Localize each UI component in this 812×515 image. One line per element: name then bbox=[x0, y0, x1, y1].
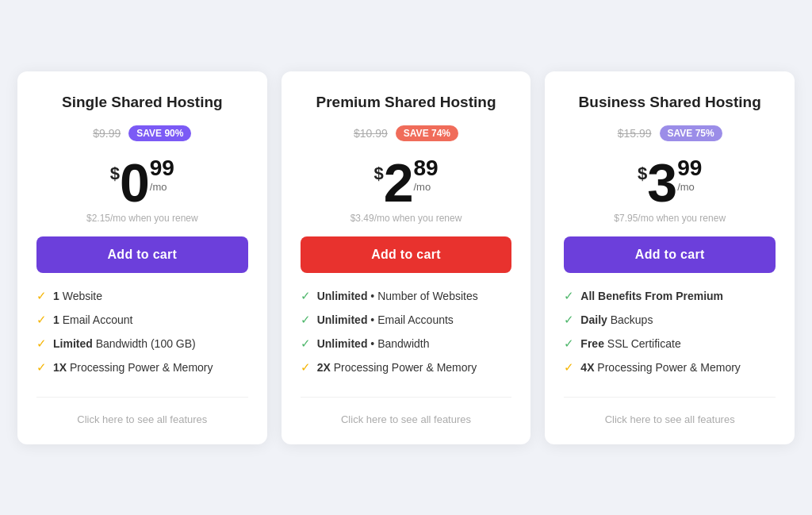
price-display-business: $ 3 99 /mo bbox=[564, 156, 776, 209]
renew-text-business: $7.95/mo when you renew bbox=[564, 213, 776, 224]
price-main-premium: 2 bbox=[384, 156, 414, 209]
price-cents-single: 99 bbox=[150, 156, 174, 181]
plan-card-premium: Premium Shared Hosting $10.99 SAVE 74% $… bbox=[282, 71, 531, 444]
feature-item-single-1: ✓ 1 Email Account bbox=[36, 313, 248, 327]
save-badge-business: SAVE 75% bbox=[660, 125, 722, 141]
plan-card-business: Business Shared Hosting $15.99 SAVE 75% … bbox=[545, 71, 795, 444]
features-list-business: ✓ All Benefits From Premium ✓ Daily Back… bbox=[564, 289, 776, 384]
original-price-business: $15.99 bbox=[618, 127, 652, 140]
feature-item-single-3: ✓ 1X Processing Power & Memory bbox=[36, 360, 248, 375]
plan-title-single: Single Shared Hosting bbox=[36, 94, 248, 111]
price-dollar-single: $ bbox=[110, 163, 120, 184]
feature-item-business-0: ✓ All Benefits From Premium bbox=[564, 289, 776, 303]
price-dollar-business: $ bbox=[638, 163, 647, 184]
feature-text-single-2: Limited Bandwidth (100 GB) bbox=[53, 337, 196, 350]
features-list-premium: ✓ Unlimited • Number of Websites ✓ Unlim… bbox=[301, 289, 512, 384]
price-cents-mo-premium: 89 /mo bbox=[413, 156, 438, 193]
feature-text-single-3: 1X Processing Power & Memory bbox=[53, 361, 213, 374]
feature-text-premium-3: 2X Processing Power & Memory bbox=[317, 361, 477, 374]
pricing-container: Single Shared Hosting $9.99 SAVE 90% $ 0… bbox=[17, 71, 795, 444]
original-price-premium: $10.99 bbox=[354, 127, 388, 140]
price-cents-premium: 89 bbox=[413, 156, 438, 181]
divider-single bbox=[36, 397, 248, 398]
save-badge-premium: SAVE 74% bbox=[396, 125, 458, 141]
feature-item-premium-1: ✓ Unlimited • Email Accounts bbox=[301, 313, 512, 327]
feature-text-business-0: All Benefits From Premium bbox=[580, 290, 723, 302]
check-icon-premium-2: ✓ bbox=[301, 336, 311, 351]
add-to-cart-business[interactable]: Add to cart bbox=[564, 236, 776, 273]
see-all-link-single[interactable]: Click here to see all features bbox=[36, 407, 248, 425]
feature-text-single-1: 1 Email Account bbox=[53, 313, 132, 326]
check-icon-business-1: ✓ bbox=[564, 313, 574, 327]
see-all-link-premium[interactable]: Click here to see all features bbox=[301, 407, 512, 425]
check-icon-single-0: ✓ bbox=[36, 289, 47, 303]
check-icon-single-1: ✓ bbox=[36, 313, 47, 327]
feature-item-premium-0: ✓ Unlimited • Number of Websites bbox=[301, 289, 512, 303]
feature-item-business-1: ✓ Daily Backups bbox=[564, 313, 776, 327]
price-cents-mo-single: 99 /mo bbox=[150, 156, 174, 193]
price-main-single: 0 bbox=[120, 156, 150, 209]
check-icon-premium-3: ✓ bbox=[301, 360, 311, 375]
check-icon-business-0: ✓ bbox=[564, 289, 574, 303]
feature-item-business-3: ✓ 4X Processing Power & Memory bbox=[564, 360, 776, 375]
renew-text-single: $2.15/mo when you renew bbox=[36, 213, 248, 224]
divider-premium bbox=[301, 397, 512, 398]
feature-item-premium-2: ✓ Unlimited • Bandwidth bbox=[301, 336, 512, 351]
original-price-single: $9.99 bbox=[93, 127, 121, 140]
price-dollar-premium: $ bbox=[373, 163, 383, 184]
check-icon-business-3: ✓ bbox=[564, 360, 574, 375]
check-icon-business-2: ✓ bbox=[564, 336, 574, 351]
divider-business bbox=[564, 397, 776, 398]
features-list-single: ✓ 1 Website ✓ 1 Email Account ✓ Limited … bbox=[36, 289, 248, 384]
feature-text-premium-0: Unlimited • Number of Websites bbox=[317, 290, 478, 302]
feature-text-business-3: 4X Processing Power & Memory bbox=[580, 361, 741, 374]
feature-text-business-2: Free SSL Certificate bbox=[580, 337, 680, 350]
plan-card-single: Single Shared Hosting $9.99 SAVE 90% $ 0… bbox=[17, 71, 267, 444]
feature-text-business-1: Daily Backups bbox=[580, 313, 653, 326]
feature-text-premium-1: Unlimited • Email Accounts bbox=[317, 313, 454, 326]
check-icon-single-2: ✓ bbox=[36, 336, 47, 351]
feature-item-single-2: ✓ Limited Bandwidth (100 GB) bbox=[36, 336, 248, 351]
see-all-link-business[interactable]: Click here to see all features bbox=[564, 407, 776, 425]
price-display-premium: $ 2 89 /mo bbox=[301, 156, 512, 209]
feature-text-premium-2: Unlimited • Bandwidth bbox=[317, 337, 430, 350]
price-main-business: 3 bbox=[647, 156, 677, 209]
check-icon-premium-0: ✓ bbox=[301, 289, 311, 303]
feature-item-single-0: ✓ 1 Website bbox=[36, 289, 248, 303]
price-row-single: $9.99 SAVE 90% bbox=[36, 125, 248, 141]
price-mo-single: /mo bbox=[150, 181, 174, 193]
price-row-business: $15.99 SAVE 75% bbox=[564, 125, 776, 141]
add-to-cart-single[interactable]: Add to cart bbox=[36, 236, 248, 273]
price-mo-business: /mo bbox=[677, 181, 702, 193]
plan-title-business: Business Shared Hosting bbox=[564, 94, 776, 111]
add-to-cart-premium[interactable]: Add to cart bbox=[301, 236, 512, 273]
price-row-premium: $10.99 SAVE 74% bbox=[301, 125, 512, 141]
feature-item-business-2: ✓ Free SSL Certificate bbox=[564, 336, 776, 351]
save-badge-single: SAVE 90% bbox=[128, 125, 191, 141]
plan-title-premium: Premium Shared Hosting bbox=[301, 94, 512, 111]
check-icon-single-3: ✓ bbox=[36, 360, 47, 375]
feature-item-premium-3: ✓ 2X Processing Power & Memory bbox=[301, 360, 512, 375]
price-display-single: $ 0 99 /mo bbox=[36, 156, 248, 209]
price-cents-mo-business: 99 /mo bbox=[677, 156, 702, 193]
price-mo-premium: /mo bbox=[413, 181, 438, 193]
feature-text-single-0: 1 Website bbox=[53, 290, 102, 302]
renew-text-premium: $3.49/mo when you renew bbox=[301, 213, 512, 224]
check-icon-premium-1: ✓ bbox=[301, 313, 311, 327]
price-cents-business: 99 bbox=[677, 156, 702, 181]
